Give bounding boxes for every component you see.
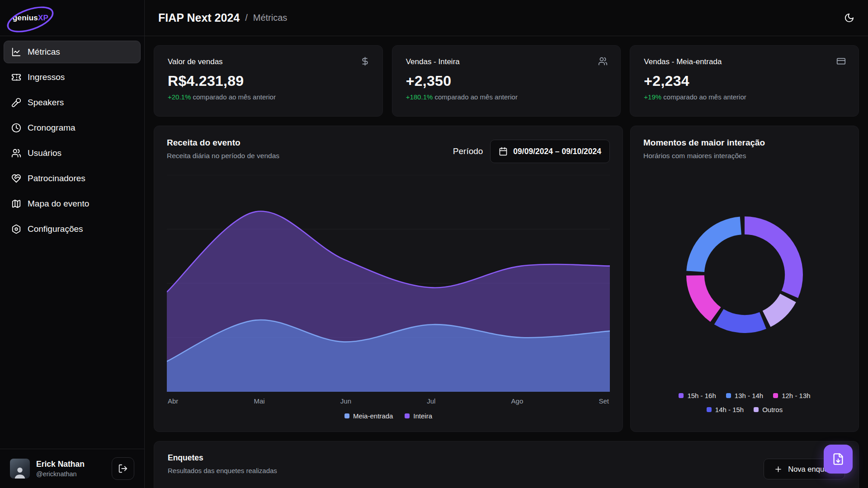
- sidebar-item-label: Patrocinadores: [28, 174, 85, 183]
- x-axis-label: Abr: [168, 397, 178, 405]
- mic-icon: [11, 98, 21, 108]
- app-root: geniusXP MétricasIngressosSpeakersCronog…: [0, 0, 868, 488]
- stat-value: +2,350: [406, 73, 607, 89]
- stat-title: Valor de vendas: [168, 57, 369, 66]
- file-down-icon: [832, 453, 844, 465]
- download-report-button[interactable]: [824, 445, 853, 474]
- log-out-icon: [118, 464, 128, 474]
- x-axis-label: Ago: [511, 397, 524, 405]
- stat-delta-text: +20.1% comparado ao mês anterior: [168, 93, 369, 101]
- brand-logo: geniusXP: [13, 14, 48, 23]
- sidebar-item-label: Mapa do evento: [28, 199, 89, 209]
- sidebar-item-label: Cronograma: [28, 123, 75, 133]
- stats-row: Valor de vendasR$4.231,89+20.1% comparad…: [154, 45, 859, 117]
- legend-item: Outros: [754, 406, 783, 413]
- brand-name: genius: [13, 14, 38, 23]
- page-title: FIAP Next 2024: [158, 11, 240, 24]
- sidebar-item-speakers[interactable]: Speakers: [4, 91, 141, 114]
- stat-card: Vendas - Meia-entrada+2,234+19% comparad…: [630, 45, 859, 117]
- ticket-icon: [11, 72, 21, 82]
- topbar: FIAP Next 2024 / Métricas: [145, 0, 868, 36]
- line-chart-icon: [11, 47, 21, 57]
- area-chart-legend: Meia-entradaInteira: [167, 412, 610, 420]
- sidebar-item-label: Speakers: [28, 98, 64, 108]
- revenue-card-titles: Receita do evento Receita diária no perí…: [167, 138, 279, 160]
- sidebar: geniusXP MétricasIngressosSpeakersCronog…: [0, 0, 145, 488]
- donut-zone: [643, 160, 846, 389]
- sidebar-logo-area: geniusXP: [0, 0, 144, 36]
- stat-card: Vendas - Inteira+2,350+180.1% comparado …: [392, 45, 621, 117]
- x-axis-label: Set: [599, 397, 609, 405]
- interactions-card-title: Momentos de maior interação: [643, 138, 846, 148]
- x-axis-label: Mai: [254, 397, 265, 405]
- sidebar-item-label: Configurações: [28, 224, 83, 234]
- brand-name-accent: XP: [38, 14, 48, 23]
- sidebar-item-mapa-do-evento[interactable]: Mapa do evento: [4, 192, 141, 215]
- x-axis-label: Jun: [340, 397, 351, 405]
- avatar: [10, 459, 30, 479]
- sidebar-item-metricas[interactable]: Métricas: [4, 41, 141, 63]
- x-axis: AbrMaiJunJulAgoSet: [167, 397, 610, 405]
- sidebar-item-label: Métricas: [28, 47, 60, 57]
- user-handle: @ericknathan: [36, 470, 85, 478]
- revenue-chart-wrap: AbrMaiJunJulAgoSet Meia-entradaInteira: [167, 175, 610, 420]
- stat-title: Vendas - Meia-entrada: [644, 57, 845, 66]
- content: Valor de vendasR$4.231,89+20.1% comparad…: [145, 36, 868, 488]
- polls-card-subtitle: Resultados das enquetes realizadas: [168, 467, 845, 474]
- revenue-card-title: Receita do evento: [167, 138, 279, 148]
- legend-item: 15h - 16h: [679, 392, 716, 399]
- stat-title: Vendas - Inteira: [406, 57, 607, 66]
- legend-item: Inteira: [405, 412, 432, 420]
- users-icon: [11, 148, 21, 158]
- legend-item: 13h - 14h: [726, 392, 763, 399]
- sidebar-user-panel: Erick Nathan @ericknathan: [0, 449, 144, 488]
- sidebar-item-patrocinadores[interactable]: Patrocinadores: [4, 167, 141, 190]
- logout-button[interactable]: [112, 457, 134, 480]
- clock-icon: [11, 123, 21, 133]
- settings-hexagon-icon: [11, 224, 21, 234]
- plus-icon: [774, 465, 783, 474]
- period-value: 09/09/2024 – 09/10/2024: [513, 147, 601, 156]
- sidebar-item-label: Usuários: [28, 148, 61, 158]
- interactions-card: Momentos de maior interação Horários com…: [630, 126, 859, 432]
- main-area: FIAP Next 2024 / Métricas Valor de venda…: [145, 0, 868, 488]
- stat-value: R$4.231,89: [168, 73, 369, 89]
- interactions-card-subtitle: Horários com maiores interações: [643, 152, 846, 160]
- sidebar-item-cronograma[interactable]: Cronograma: [4, 117, 141, 139]
- moon-icon: [844, 13, 854, 23]
- legend-item: 14h - 15h: [707, 406, 744, 413]
- polls-card-title: Enquetes: [168, 453, 845, 463]
- sidebar-nav: MétricasIngressosSpeakersCronogramaUsuár…: [0, 36, 144, 245]
- revenue-card-subtitle: Receita diária no período de vendas: [167, 152, 279, 160]
- stat-delta-text: +19% comparado ao mês anterior: [644, 93, 845, 101]
- revenue-card-header: Receita do evento Receita diária no perí…: [167, 138, 610, 163]
- stat-card: Valor de vendasR$4.231,89+20.1% comparad…: [154, 45, 383, 117]
- sidebar-item-configuracoes[interactable]: Configurações: [4, 218, 141, 240]
- legend-item: Meia-entrada: [344, 412, 393, 420]
- map-icon: [11, 199, 21, 209]
- dollar-icon: [360, 56, 370, 66]
- credit-card-icon: [836, 56, 846, 66]
- user-meta: Erick Nathan @ericknathan: [36, 460, 85, 478]
- breadcrumb: Métricas: [253, 13, 288, 23]
- breadcrumb-separator: /: [245, 13, 248, 23]
- x-axis-label: Jul: [427, 397, 435, 405]
- stat-delta-text: +180.1% comparado ao mês anterior: [406, 93, 607, 101]
- sidebar-item-usuarios[interactable]: Usuários: [4, 142, 141, 164]
- revenue-area-chart: [167, 175, 610, 392]
- theme-toggle-button[interactable]: [844, 13, 854, 23]
- interactions-donut-chart: [686, 216, 803, 333]
- period-group: Período 09/09/2024 – 09/10/2024: [453, 140, 610, 163]
- donut-legend: 15h - 16h13h - 14h12h - 13h14h - 15hOutr…: [643, 392, 846, 413]
- sidebar-item-ingressos[interactable]: Ingressos: [4, 66, 141, 89]
- calendar-icon: [499, 147, 508, 156]
- revenue-card: Receita do evento Receita diária no perí…: [154, 126, 623, 432]
- users-icon: [598, 56, 608, 66]
- stat-value: +2,234: [644, 73, 845, 89]
- legend-item: 12h - 13h: [773, 392, 810, 399]
- heart-handshake-icon: [11, 174, 21, 183]
- polls-card: Enquetes Resultados das enquetes realiza…: [154, 441, 859, 488]
- period-label: Período: [453, 146, 483, 156]
- charts-row: Receita do evento Receita diária no perí…: [154, 126, 859, 432]
- period-picker-button[interactable]: 09/09/2024 – 09/10/2024: [490, 140, 610, 163]
